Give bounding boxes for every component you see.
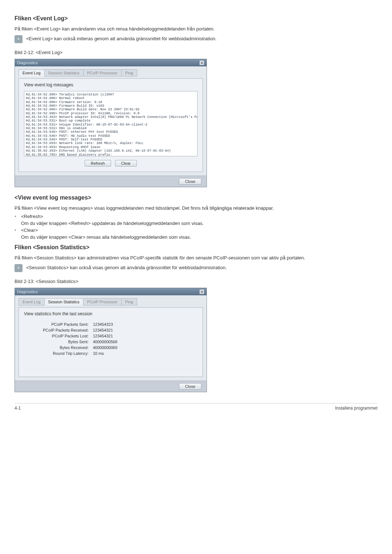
tab-pcoip-processor[interactable]: PCoIP Processor	[83, 298, 122, 305]
dialog1-title: Diagnostics	[17, 61, 38, 65]
tab-session-statistics[interactable]: Session Statistics	[44, 69, 83, 77]
footer-section-title: Installera programmet	[335, 406, 377, 411]
stats-value: 123454321	[93, 334, 113, 338]
stats-label: Bytes Received:	[24, 345, 93, 350]
pin-icon	[16, 37, 21, 42]
tab-event-log[interactable]: Event Log	[19, 69, 45, 77]
stats-block: PCoIP Packets Sent: 123454323 PCoIP Pack…	[24, 320, 197, 372]
dialog1-content-label: View event log messages	[24, 82, 197, 87]
dialog2-content-label: View statistics from the last session	[24, 311, 197, 316]
bullet-icon: •	[15, 227, 21, 240]
tab-ping[interactable]: Ping	[121, 298, 137, 305]
list-item-label: <Refresh>	[21, 214, 377, 219]
stats-label: PCoIP Packets Lost:	[24, 334, 93, 338]
dialog1-titlebar: Diagnostics ✕	[15, 59, 207, 66]
list-item-label: <Clear>	[21, 227, 377, 233]
section1-intro: På fliken <Event Log> kan användaren vis…	[15, 26, 377, 32]
figure-caption-2: Bild 2-13: <Session Statistics>	[15, 279, 377, 284]
event-log-textarea[interactable]: 0d,01:34:52.906> Teradici Corporation (c…	[24, 91, 197, 156]
stats-label: PCoIP Packets Received:	[24, 328, 93, 332]
list-item-desc: Om du väljer knappen <Refresh> uppdatera…	[21, 221, 377, 226]
dialog2-tab-content: View statistics from the last session PC…	[19, 307, 203, 377]
close-icon: ✕	[200, 61, 203, 65]
section2-list: • <Refresh> Om du väljer knappen <Refres…	[15, 214, 377, 240]
section-heading-session-statistics: Fliken <Session Statistics>	[15, 244, 377, 251]
stats-row: PCoIP Packets Sent: 123454323	[24, 322, 197, 327]
stats-value: 123454321	[93, 328, 113, 332]
clear-button[interactable]: Clear	[115, 160, 137, 167]
dialog1-tab-content: View event log messages 0d,01:34:52.906>…	[19, 78, 203, 172]
section3-intro: På fliken <Session Statistics> kan admin…	[15, 255, 377, 260]
dialog1-close-button[interactable]: ✕	[199, 60, 204, 65]
refresh-button[interactable]: Refresh	[85, 160, 111, 167]
dialog1-close-footer-button[interactable]: Close	[179, 178, 201, 185]
diagnostics-dialog-2: Diagnostics ✕ Event Log Session Statisti…	[15, 288, 207, 392]
dialog1-tabs: Event Log Session Statistics PCoIP Proce…	[19, 69, 203, 77]
list-item: • <Clear> Om du väljer knappen <Clear> r…	[15, 227, 377, 240]
figure-caption-1: Bild 2-12: <Event Log>	[15, 50, 377, 55]
tab-event-log[interactable]: Event Log	[19, 298, 45, 305]
note-block-1: <Event Log> kan också initieras genom at…	[15, 35, 377, 43]
stats-row: Bytes Received: 40000000069	[24, 345, 197, 350]
note-icon	[15, 35, 23, 43]
section-heading-event-log: Fliken <Event Log>	[15, 15, 377, 22]
note-icon	[15, 264, 23, 272]
page-footer: 4-1 Installera programmet	[15, 406, 377, 411]
footer-divider	[15, 403, 377, 403]
dialog2-close-footer-button[interactable]: Close	[179, 383, 201, 390]
tab-pcoip-processor[interactable]: PCoIP Processor	[83, 69, 122, 77]
note1-text: <Event Log> kan också initieras genom at…	[26, 35, 217, 41]
tab-session-statistics[interactable]: Session Statistics	[44, 298, 83, 305]
dialog2-tabs: Event Log Session Statistics PCoIP Proce…	[19, 298, 203, 305]
note-block-2: <Session Statistics> kan också visas gen…	[15, 264, 377, 272]
dialog2-titlebar: Diagnostics ✕	[15, 288, 207, 295]
stats-row: PCoIP Packets Received: 123454321	[24, 328, 197, 332]
list-item: • <Refresh> Om du väljer knappen <Refres…	[15, 214, 377, 226]
section-heading-view-event-log: <View event log messages>	[15, 194, 377, 201]
stats-row: Bytes Sent: 40000000568	[24, 340, 197, 344]
stats-label: Bytes Sent:	[24, 340, 93, 344]
stats-value: 123454323	[93, 322, 113, 327]
bullet-icon: •	[15, 214, 21, 226]
stats-row: PCoIP Packets Lost: 123454321	[24, 334, 197, 338]
list-item-desc: Om du väljer knappen <Clear> rensas alla…	[21, 234, 377, 240]
close-icon: ✕	[200, 290, 203, 294]
stats-label: Round Trip Latency:	[24, 351, 93, 356]
stats-value: 10 ms	[93, 351, 104, 356]
stats-value: 40000000568	[93, 340, 117, 344]
dialog2-title: Diagnostics	[17, 290, 38, 294]
dialog2-close-button[interactable]: ✕	[199, 289, 204, 294]
pin-icon	[16, 266, 21, 271]
stats-label: PCoIP Packets Sent:	[24, 322, 93, 327]
section2-intro: På fliken <View event log messages> visa…	[15, 205, 377, 211]
diagnostics-dialog-1: Diagnostics ✕ Event Log Session Statisti…	[15, 59, 207, 187]
footer-page-number: 4-1	[15, 406, 21, 411]
note2-text: <Session Statistics> kan också visas gen…	[26, 264, 227, 270]
tab-ping[interactable]: Ping	[121, 69, 137, 77]
stats-row: Round Trip Latency: 10 ms	[24, 351, 197, 356]
stats-value: 40000000069	[93, 345, 117, 350]
